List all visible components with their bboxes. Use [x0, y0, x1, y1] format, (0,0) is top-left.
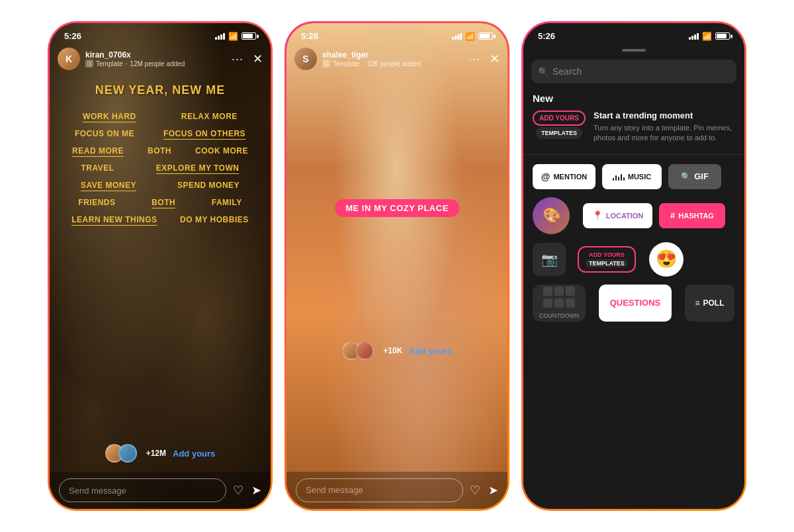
add-yours-btn-1[interactable]: Add yours: [173, 449, 215, 459]
templates-sticker-label: TEMPLATES: [536, 127, 582, 139]
close-icon-2[interactable]: ✕: [490, 52, 500, 66]
msg-icons-1: ♡ ➤: [233, 483, 261, 498]
choice-cook-more[interactable]: COOK MORE: [195, 146, 248, 155]
msg-icons-2: ♡ ➤: [470, 483, 498, 498]
countdown-label: COUNTDOWN: [539, 312, 580, 319]
choice-learn[interactable]: LEARN NEW THINGS: [71, 215, 157, 224]
drag-handle[interactable]: [622, 49, 646, 52]
avatar-1: K: [58, 48, 80, 70]
stickers-grid: @ MENTION MUSIC 🔍: [523, 155, 744, 322]
choice-read-more[interactable]: READ MORE: [72, 146, 124, 155]
people-added-2: 10K people added: [367, 60, 420, 67]
template-info-1: ◫ Template · 12M people added: [85, 60, 185, 67]
heart-icon-2[interactable]: ♡: [470, 483, 480, 498]
close-icon[interactable]: ✕: [253, 52, 263, 66]
choice-hobbies[interactable]: DO MY HOBBIES: [180, 215, 249, 224]
choice-spend-money[interactable]: SPEND MONEY: [177, 181, 240, 190]
avatar-sticker[interactable]: 🎨: [533, 197, 570, 234]
people-added-1: 12M people added: [130, 60, 185, 67]
choice-save-money[interactable]: SAVE MONEY: [81, 181, 136, 190]
status-bar-1: 5:26 📶: [50, 23, 271, 44]
template-info-2: ◫ Template · 10K people added: [322, 60, 421, 67]
poll-label: POLL: [703, 298, 725, 308]
choice-both-2[interactable]: BOTH: [152, 198, 175, 207]
sticker-emoji[interactable]: 😍: [649, 242, 684, 277]
cozy-label-container: ME IN MY COZY PLACE: [287, 199, 507, 230]
choice-relax-more[interactable]: RELAX MORE: [181, 112, 238, 121]
message-input-1[interactable]: Send message: [59, 478, 226, 502]
choice-row-1: WORK HARD RELAX MORE: [60, 109, 260, 124]
search-gif-icon: 🔍: [681, 172, 691, 181]
choice-row-5: SAVE MONEY SPEND MONEY: [60, 178, 260, 193]
wifi-icon-2: 📶: [465, 32, 475, 41]
battery-icon-3: [715, 32, 730, 40]
camera-icon: 📷: [541, 251, 558, 267]
signal-icon: [215, 33, 225, 40]
new-section: ADD YOURS TEMPLATES Start a trending mom…: [523, 111, 744, 155]
send-icon-1[interactable]: ➤: [251, 483, 261, 498]
user-details-1: kiran_0706x ◫ Template · 12M people adde…: [85, 50, 185, 67]
trend-desc: Turn any story into a template. Pin meme…: [594, 123, 735, 144]
sticker-row-1: @ MENTION MUSIC 🔍: [533, 164, 735, 189]
add-yours-sticker[interactable]: ADD YOURS TEMPLATES: [533, 111, 586, 139]
username-2: shalee_tiger: [322, 50, 421, 60]
add-yours-bar-2: +10K Add yours: [287, 332, 507, 369]
wifi-icon-3: 📶: [702, 32, 712, 41]
sticker-location[interactable]: 📍 LOCATION: [583, 203, 652, 228]
template-label-1: Template: [96, 60, 123, 67]
sticker-questions[interactable]: QUESTIONS: [599, 285, 672, 322]
sticker-add-yours-pink[interactable]: ADD YOURS TEMPLATES: [578, 246, 636, 273]
countdown-boxes: [543, 287, 575, 296]
send-icon-2[interactable]: ➤: [488, 483, 498, 498]
sticker-row-2: 🎨 📍 LOCATION # HASHTAG: [533, 197, 735, 234]
story-title-1: NEW YEAR, NEW ME: [50, 77, 271, 109]
choice-explore[interactable]: EXPLORE MY TOWN: [156, 163, 240, 173]
story-content-2: S shalee_tiger ◫ Template · 10K people a…: [287, 44, 507, 509]
mini-avatar-4: [355, 341, 374, 360]
count-badge-1: +12M: [146, 449, 166, 458]
add-yours-btn-2[interactable]: Add yours: [409, 346, 451, 356]
sticker-mention[interactable]: @ MENTION: [533, 164, 596, 189]
more-options-icon-2[interactable]: ···: [468, 52, 480, 66]
sticker-countdown[interactable]: COUNTDOWN: [533, 285, 586, 322]
choice-both-1[interactable]: BOTH: [148, 146, 171, 155]
heart-icon-1[interactable]: ♡: [233, 483, 243, 498]
trend-title: Start a trending moment: [594, 111, 735, 120]
choice-focus-others[interactable]: FOCUS ON OTHERS: [163, 129, 245, 138]
sticker-gif[interactable]: 🔍 GIF: [668, 164, 721, 189]
template-label-2: Template: [333, 60, 360, 67]
signal-icon-2: [452, 33, 462, 40]
trend-text: Start a trending moment Turn any story i…: [594, 111, 735, 144]
choice-travel[interactable]: TRAVEL: [81, 163, 114, 173]
choice-focus-me[interactable]: FOCUS ON ME: [75, 129, 134, 138]
story-actions-2: ··· ✕: [468, 52, 500, 66]
template-icon-2: ◫: [322, 60, 330, 67]
battery-icon: [242, 32, 256, 40]
camera-icon-container[interactable]: 📷: [533, 243, 566, 276]
music-label: MUSIC: [628, 173, 651, 181]
status-bar-3: 5:26 📶: [523, 23, 744, 44]
choice-friends[interactable]: FRIENDS: [78, 198, 115, 207]
sticker-music[interactable]: MUSIC: [602, 164, 662, 189]
choice-work-hard[interactable]: WORK HARD: [83, 112, 136, 121]
mention-label: MENTION: [553, 173, 587, 181]
sticker-poll[interactable]: ≡ POLL: [685, 285, 734, 322]
time-3: 5:26: [538, 31, 555, 41]
choice-family[interactable]: FAMILY: [212, 198, 242, 207]
sticker-hashtag[interactable]: # HASHTAG: [659, 203, 725, 228]
choice-row-7: LEARN NEW THINGS DO MY HOBBIES: [60, 212, 260, 227]
status-icons-2: 📶: [452, 32, 493, 41]
hashtag-label: HASHTAG: [678, 212, 714, 220]
search-bar[interactable]: 🔍 Search: [531, 60, 736, 83]
more-options-icon[interactable]: ···: [232, 52, 243, 66]
choice-row-4: TRAVEL EXPLORE MY TOWN: [60, 161, 260, 175]
avatars-stack-2: [342, 341, 374, 360]
questions-label: QUESTIONS: [610, 298, 661, 308]
avatars-stack-1: [105, 444, 137, 463]
status-bar-2: 5:26 📶: [287, 23, 507, 44]
message-input-2[interactable]: Send message: [296, 478, 463, 502]
story-header-1: K kiran_0706x ◫ Template · 12M people ad…: [50, 44, 271, 77]
choice-row-2: FOCUS ON ME FOCUS ON OTHERS: [60, 126, 260, 141]
battery-icon-2: [478, 32, 493, 40]
poll-icon: ≡: [695, 298, 699, 308]
